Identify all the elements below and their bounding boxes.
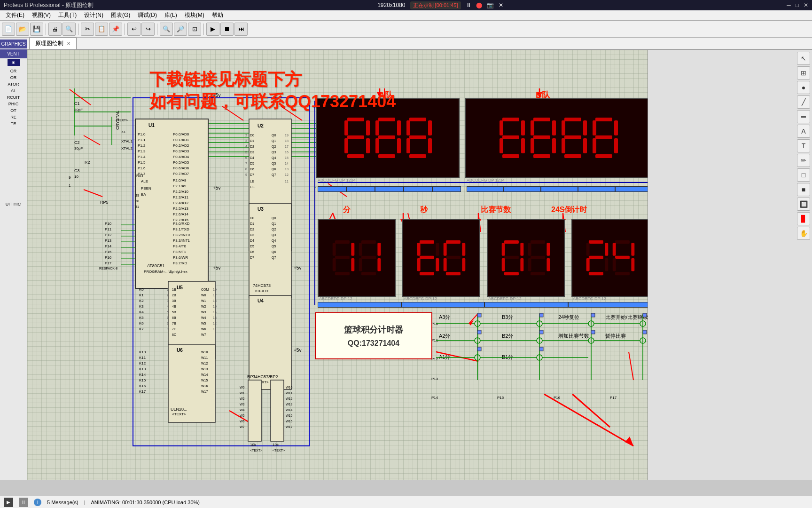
- tool-shape[interactable]: ■: [797, 183, 810, 196]
- tool-text[interactable]: T: [797, 139, 810, 152]
- toolbar-copy[interactable]: 📋: [95, 23, 108, 36]
- close-icon[interactable]: ✕: [804, 2, 808, 8]
- toolbar-undo[interactable]: ↩: [127, 23, 141, 36]
- svg-text:2B: 2B: [172, 294, 176, 297]
- sidebar-item-re[interactable]: RE: [0, 114, 27, 120]
- svg-rect-376: [552, 120, 556, 135]
- svg-text:30pF: 30pF: [74, 146, 83, 151]
- svg-text:Q6: Q6: [272, 167, 276, 171]
- menu-graph[interactable]: 图表(G): [107, 10, 134, 20]
- svg-rect-393: [614, 138, 618, 153]
- right-sidebar: ↖ ⊞ ● ╱ ═ A T ✏ □ ■ 🔲 ▊ ✋: [648, 50, 812, 480]
- toolbar-cut[interactable]: ✂: [81, 23, 94, 36]
- svg-rect-386: [583, 138, 587, 153]
- tool-port[interactable]: □: [797, 168, 810, 182]
- svg-text:PSEN: PSEN: [141, 186, 151, 190]
- toolbar-stop[interactable]: ⏹: [220, 23, 234, 36]
- tab-close-icon[interactable]: ✕: [67, 41, 70, 46]
- svg-text:P2.4/A12: P2.4/A12: [173, 201, 188, 205]
- svg-rect-402: [361, 240, 376, 244]
- svg-text:Q1: Q1: [272, 139, 276, 143]
- team-a-display: [316, 98, 460, 178]
- menu-debug[interactable]: 调试(D): [134, 10, 161, 20]
- miao-digit2: [443, 238, 466, 278]
- svg-text:4: 4: [167, 305, 169, 308]
- tool-probe[interactable]: ✏: [797, 154, 810, 167]
- toolbar-save[interactable]: 💾: [30, 23, 43, 36]
- toolbar-paste[interactable]: 📌: [109, 23, 122, 36]
- svg-rect-415: [420, 272, 434, 275]
- svg-rect-384: [564, 135, 581, 139]
- svg-text:W13: W13: [201, 367, 208, 371]
- svg-text:LE: LE: [250, 180, 254, 183]
- play-button[interactable]: ▶: [4, 498, 13, 507]
- tool-wire[interactable]: ╱: [797, 95, 810, 109]
- toolbar-zoom-out[interactable]: 🔎: [174, 23, 187, 36]
- title-right: ─ □ ✕: [787, 2, 808, 8]
- svg-text:P3.0/RXD: P3.0/RXD: [173, 222, 190, 226]
- tool-junction[interactable]: ●: [797, 81, 810, 94]
- sidebar-item-phic[interactable]: PHIC: [0, 101, 27, 107]
- menu-view[interactable]: 视图(V): [28, 10, 55, 20]
- svg-text:C2: C2: [74, 140, 80, 145]
- sidebar-item-or1[interactable]: OR: [0, 68, 27, 74]
- sidebar-item-ator[interactable]: ATOR: [0, 81, 27, 87]
- svg-text:K1: K1: [139, 293, 144, 297]
- sidebar-item-rcuit[interactable]: RCUIT: [0, 94, 27, 101]
- svg-rect-362: [428, 120, 432, 135]
- toolbar-fit[interactable]: ⊡: [188, 23, 201, 36]
- menu-help[interactable]: 帮助: [208, 10, 227, 20]
- pause-icon[interactable]: ⏸: [466, 2, 471, 8]
- canvas-area[interactable]: 下载链接见标题下方 如有问题，可联系QQ173271404 +5v: [27, 50, 648, 480]
- svg-text:P13: P13: [431, 377, 438, 381]
- maximize-icon[interactable]: □: [796, 2, 799, 8]
- tab-schematic[interactable]: 原理图绘制 ✕: [29, 38, 77, 49]
- svg-text:74HC573: 74HC573: [253, 283, 271, 288]
- tool-pan[interactable]: ✋: [797, 227, 810, 240]
- titlebar-close-icon[interactable]: ✕: [499, 2, 503, 8]
- tool-component[interactable]: ⊞: [797, 66, 810, 79]
- svg-text:P3.6/WR: P3.6/WR: [173, 255, 188, 260]
- menu-file[interactable]: 文件(E): [2, 10, 28, 20]
- pause-button[interactable]: ⏸: [19, 498, 28, 507]
- camera-icon[interactable]: 📷: [487, 2, 494, 8]
- svg-text:16: 16: [285, 151, 289, 154]
- tool-bus[interactable]: ═: [797, 110, 810, 123]
- tab-label: 原理图绘制: [35, 40, 63, 47]
- toolbar-print[interactable]: 🖨: [48, 23, 62, 36]
- tool-zoom[interactable]: 🔲: [797, 198, 810, 211]
- svg-rect-325: [477, 347, 481, 351]
- toolbar-new[interactable]: 📄: [2, 23, 15, 36]
- toolbar-zoom-in[interactable]: 🔍: [160, 23, 173, 36]
- svg-rect-414: [436, 258, 439, 271]
- menu-lib[interactable]: 库(L): [161, 10, 181, 20]
- svg-rect-390: [614, 120, 618, 135]
- sidebar-item-ot[interactable]: OT: [0, 107, 27, 114]
- svg-text:Q2: Q2: [272, 145, 276, 149]
- minimize-icon[interactable]: ─: [787, 2, 791, 8]
- svg-rect-319: [591, 313, 595, 317]
- menu-design[interactable]: 设计(N): [80, 10, 107, 20]
- svg-rect-409: [420, 240, 434, 244]
- svg-text:15: 15: [285, 156, 289, 159]
- menu-module[interactable]: 模块(M): [181, 10, 208, 20]
- svg-text:3: 3: [245, 139, 247, 143]
- svg-rect-422: [446, 272, 461, 275]
- sidebar-item-te[interactable]: TE: [0, 120, 27, 127]
- toolbar-search[interactable]: 🔍: [62, 23, 76, 36]
- svg-text:P14: P14: [431, 396, 438, 400]
- sidebar-graphics-tab[interactable]: GRAPHICS: [0, 40, 27, 48]
- svg-text:W17: W17: [201, 390, 208, 393]
- toolbar-run[interactable]: ▶: [206, 23, 219, 36]
- tool-red-marker[interactable]: ▊: [797, 212, 810, 225]
- tool-select[interactable]: ↖: [797, 52, 810, 65]
- tool-label[interactable]: A: [797, 125, 810, 138]
- sidebar-item-al[interactable]: AL: [0, 87, 27, 94]
- toolbar-open[interactable]: 📂: [16, 23, 29, 36]
- menu-tools[interactable]: 工具(T): [55, 10, 80, 20]
- sidebar-item-or2[interactable]: OR: [0, 74, 27, 81]
- toolbar-redo[interactable]: ↪: [141, 23, 155, 36]
- toolbar-step[interactable]: ⏭: [234, 23, 248, 36]
- sidebar-vent-tab[interactable]: VENT: [0, 49, 27, 58]
- svg-text:19: 19: [285, 134, 289, 137]
